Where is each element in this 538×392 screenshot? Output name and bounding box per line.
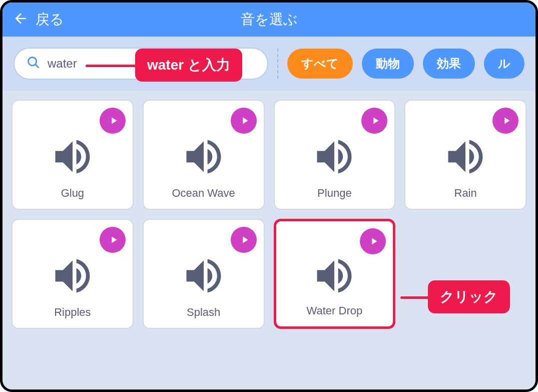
sound-card-ripples[interactable]: Ripples xyxy=(12,219,134,329)
play-button[interactable] xyxy=(492,108,518,134)
speaker-icon xyxy=(50,134,96,182)
svg-point-0 xyxy=(29,58,37,66)
filter-tabs: すべて 動物 効果 ル xyxy=(287,49,524,79)
sound-card-splash[interactable]: Splash xyxy=(143,219,265,329)
sound-library-window: 戻る 音を選ぶ すべて 動物 効果 ル xyxy=(0,0,538,392)
filter-bar: すべて 動物 効果 ル xyxy=(3,37,535,91)
play-button[interactable] xyxy=(360,228,386,254)
svg-line-1 xyxy=(36,65,39,68)
speaker-icon xyxy=(442,134,488,182)
sound-name: Plunge xyxy=(317,187,352,200)
speaker-icon xyxy=(181,134,227,182)
sound-name: Ripples xyxy=(54,306,91,319)
annotation-click: クリック xyxy=(428,280,510,313)
search-icon xyxy=(27,56,41,72)
sound-name: Splash xyxy=(187,306,220,319)
filter-separator xyxy=(277,49,278,79)
annotation-search: water と入力 xyxy=(135,49,242,82)
sound-name: Water Drop xyxy=(307,304,363,317)
play-button[interactable] xyxy=(361,108,387,134)
play-button[interactable] xyxy=(100,227,126,253)
filter-tab-next[interactable]: ル xyxy=(484,49,524,79)
filter-tab-animals[interactable]: 動物 xyxy=(362,49,414,79)
header-bar: 戻る 音を選ぶ xyxy=(3,3,535,37)
play-button[interactable] xyxy=(100,108,126,134)
speaker-icon xyxy=(181,253,227,301)
annotation-line xyxy=(400,296,429,299)
filter-tab-all[interactable]: すべて xyxy=(287,49,353,79)
sound-name: Glug xyxy=(61,187,84,200)
sound-card-water-drop[interactable]: Water Drop xyxy=(274,219,396,329)
speaker-icon xyxy=(311,134,357,182)
sound-name: Ocean Wave xyxy=(172,187,235,200)
back-button[interactable]: 戻る xyxy=(13,10,64,29)
sound-card-plunge[interactable]: Plunge xyxy=(274,100,396,210)
annotation-line xyxy=(86,65,136,67)
sound-card-glug[interactable]: Glug xyxy=(12,100,134,210)
play-button[interactable] xyxy=(231,108,257,134)
filter-tab-effects[interactable]: 効果 xyxy=(423,49,475,79)
sound-card-rain[interactable]: Rain xyxy=(404,100,526,210)
back-label: 戻る xyxy=(36,10,64,29)
back-arrow-icon xyxy=(13,11,29,29)
sound-card-ocean-wave[interactable]: Ocean Wave xyxy=(143,100,265,210)
sound-name: Rain xyxy=(454,187,477,200)
play-button[interactable] xyxy=(231,227,257,253)
speaker-icon xyxy=(50,253,96,301)
speaker-icon xyxy=(311,253,357,301)
page-title: 音を選ぶ xyxy=(241,10,298,29)
